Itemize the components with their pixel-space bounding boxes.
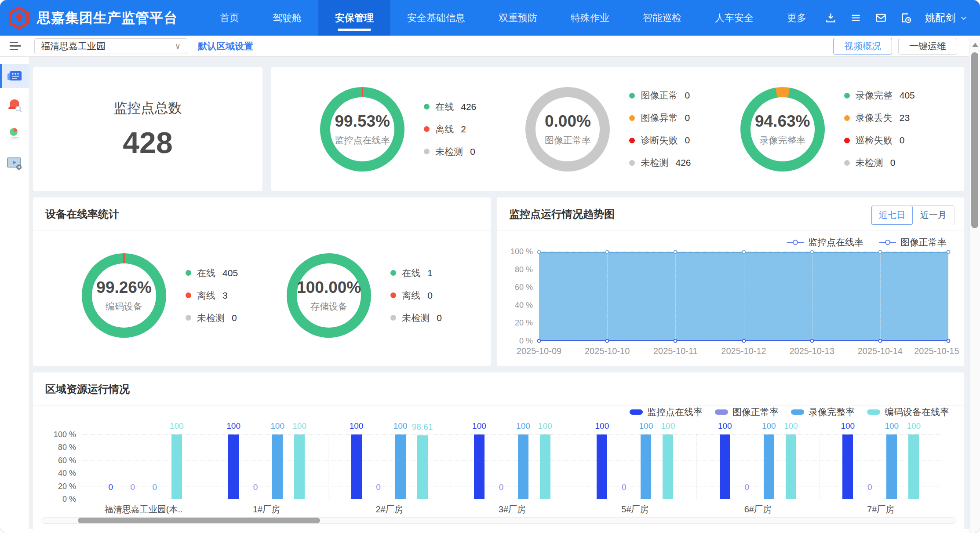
legend-dot-icon: [844, 115, 850, 121]
bar-录像完整率: [886, 434, 897, 499]
bar-监控点在线率: [474, 434, 485, 499]
user-menu[interactable]: 姚配剑: [925, 11, 968, 25]
legend-swatch-icon: [630, 409, 643, 415]
y-axis-tick: 20 %: [58, 482, 76, 491]
line-circle-marker-icon: [787, 239, 804, 245]
data-point-image: [742, 339, 746, 343]
default-region-settings-link[interactable]: 默认区域设置: [198, 40, 253, 52]
legend-dot-icon: [844, 138, 850, 143]
sidebar-item-alarm[interactable]: [0, 93, 29, 117]
sidebar-item-playback[interactable]: [0, 151, 29, 175]
legend-item: 未检测0: [424, 146, 476, 158]
bar-编码设备在线率: [663, 434, 673, 499]
legend-item-录像完整率[interactable]: 录像完整率: [791, 406, 855, 418]
legend-item: 录像丢失23: [844, 112, 915, 124]
list-icon[interactable]: [850, 12, 862, 24]
vertical-scrollbar[interactable]: [969, 37, 980, 533]
legend-label: 离线: [402, 289, 420, 302]
top-navbar: 思嘉集团生产监管平台 首页驾驶舱安保管理安全基础信息双重预防特殊作业智能巡检人车…: [0, 0, 980, 36]
data-point-online: [947, 250, 951, 254]
legend-item-监控点在线率[interactable]: 监控点在线率: [787, 236, 863, 248]
bar-slot: 100: [474, 434, 485, 499]
bar-slot: 0: [619, 434, 629, 499]
legend-value: 2: [461, 124, 466, 135]
video-overview-button[interactable]: 视频概况: [833, 38, 892, 55]
donut-center: 99.26%编码设备: [92, 263, 156, 328]
collapse-menu-icon[interactable]: [10, 42, 21, 50]
donut-group-storage: 100.00%存储设备在线1离线0未检测0: [287, 253, 442, 338]
data-point-online: [810, 250, 814, 254]
nav-item-双重预防[interactable]: 双重预防: [482, 0, 554, 36]
legend-value: 0: [470, 146, 475, 157]
gridline-vertical: [675, 253, 676, 341]
sidebar-item-report[interactable]: [0, 122, 29, 146]
bottom-strip: [0, 529, 969, 533]
legend-label: 未检测: [856, 157, 883, 169]
nav-item-驾驶舱[interactable]: 驾驶舱: [256, 0, 318, 36]
donut-legend: 在线1离线0未检测0: [390, 267, 442, 324]
video-playback-icon: [7, 156, 22, 170]
region-select[interactable]: 福清思嘉工业园 ∨: [34, 38, 187, 54]
tab-last-seven-days[interactable]: 近七日: [871, 206, 913, 225]
nav-item-安保管理[interactable]: 安保管理: [318, 0, 390, 36]
y-axis-tick: 100 %: [510, 247, 533, 256]
sidebar-item-video-wall[interactable]: [0, 64, 29, 88]
legend-item-监控点在线率[interactable]: 监控点在线率: [630, 406, 703, 418]
legend-item-编码设备在线率[interactable]: 编码设备在线率: [867, 406, 949, 418]
nav-item-特殊作业[interactable]: 特殊作业: [554, 0, 626, 36]
nav-item-首页[interactable]: 首页: [203, 0, 256, 36]
bar-value-label: 0: [108, 482, 113, 492]
legend-item: 未检测426: [629, 157, 691, 169]
legend-dot-icon: [390, 270, 396, 276]
pie-report-icon: [7, 127, 22, 141]
left-sidebar: [0, 57, 29, 529]
bar-slot: 100: [540, 434, 550, 499]
donut-legend: 在线426离线2未检测0: [424, 101, 476, 158]
nav-menu: 首页驾驶舱安保管理安全基础信息双重预防特殊作业智能巡检人车安全更多: [203, 0, 823, 36]
bar-监控点在线率: [842, 434, 853, 499]
video-wall-icon: [7, 69, 22, 83]
legend-item: 图像正常0: [629, 89, 691, 102]
legend-label: 未检测: [402, 312, 430, 324]
bar-录像完整率: [395, 434, 406, 499]
schedule-icon[interactable]: [900, 12, 912, 24]
legend-item-图像正常率[interactable]: 图像正常率: [879, 236, 947, 248]
x-axis-label: 2025-10-15: [914, 346, 959, 356]
donut-legend: 在线405离线3未检测0: [186, 267, 238, 324]
category-label: 6#厂房: [744, 504, 772, 515]
data-point-image: [605, 339, 609, 343]
horizontal-scrollbar-thumb[interactable]: [78, 518, 320, 523]
vertical-scrollbar-thumb[interactable]: [971, 52, 978, 228]
monitor-total-card: 监控点总数 428: [33, 67, 262, 191]
nav-item-更多[interactable]: 更多: [770, 0, 823, 36]
bar-value-label: 100: [472, 421, 486, 431]
tab-last-month[interactable]: 近一月: [913, 206, 954, 225]
bar-slot: 0: [496, 434, 506, 499]
x-axis-label: 2025-10-11: [653, 346, 698, 356]
donut-label: 监控点在线率: [335, 134, 390, 146]
gridline-vertical: [880, 253, 881, 341]
bar-value-label: 100: [595, 421, 609, 431]
scroll-up-arrow-icon[interactable]: [972, 43, 978, 47]
download-icon[interactable]: [825, 12, 837, 24]
legend-dot-icon: [390, 292, 396, 298]
y-axis-tick: 100 %: [54, 430, 76, 439]
legend-item: 在线405: [186, 267, 238, 279]
legend-item-图像正常率[interactable]: 图像正常率: [715, 406, 779, 418]
bar-value-label: 100: [538, 421, 552, 431]
gridline-vertical: [744, 253, 744, 341]
bar-value-label: 0: [867, 482, 872, 492]
y-axis-tick: 80 %: [58, 443, 76, 452]
legend-item: 离线0: [390, 289, 442, 302]
horizontal-scrollbar[interactable]: [41, 517, 956, 524]
nav-item-安全基础信息[interactable]: 安全基础信息: [390, 0, 482, 36]
mail-icon[interactable]: [875, 12, 887, 24]
nav-item-人车安全[interactable]: 人车安全: [698, 0, 770, 36]
category-label: 1#厂房: [253, 504, 280, 515]
one-key-ops-button[interactable]: 一键运维: [898, 38, 957, 55]
donut-chart: 99.53%监控点在线率: [320, 87, 404, 172]
total-value: 428: [123, 125, 172, 160]
nav-item-智能巡检[interactable]: 智能巡检: [626, 0, 698, 36]
device-donuts: 99.26%编码设备在线405离线3未检测0 100.00%存储设备在线1离线0…: [33, 230, 491, 360]
legend-swatch-icon: [867, 409, 880, 415]
